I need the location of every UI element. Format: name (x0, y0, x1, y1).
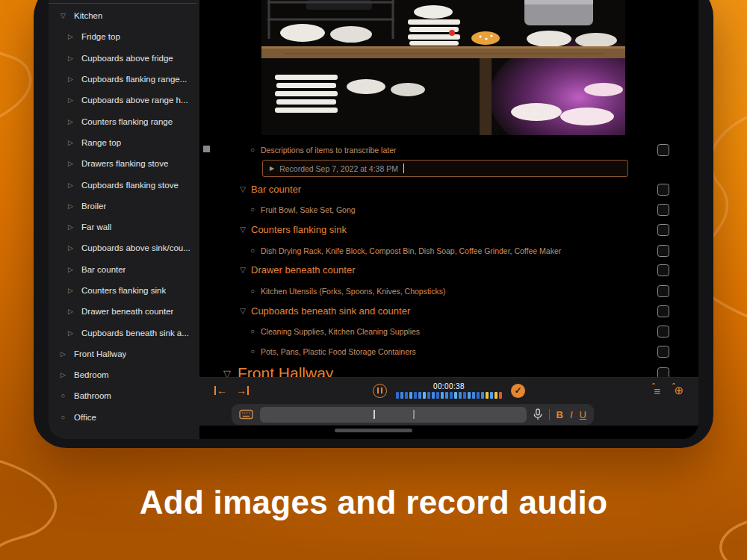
row-bullet-icon[interactable]: ○ (247, 347, 258, 355)
sidebar-item-bar-counter[interactable]: ▷ Bar counter (49, 259, 199, 280)
disclosure-closed-icon[interactable]: ▷ (66, 33, 75, 40)
italic-button[interactable]: I (570, 409, 573, 420)
text-cursor (403, 164, 405, 173)
disclosure-open-icon[interactable]: ▽ (238, 307, 248, 315)
row-text: Kitchen Utensils (Forks, Spoons, Knives,… (261, 287, 445, 296)
sidebar-item-label: Drawers flanking stove (81, 159, 168, 168)
outdent-button[interactable]: ← (214, 385, 227, 396)
sidebar-item-label: Cupboards above sink/cou... (81, 243, 190, 252)
home-indicator[interactable] (335, 429, 412, 432)
sidebar-item-counters-flanking-sink[interactable]: ▷ Counters flanking sink (49, 280, 199, 301)
pause-recording-button[interactable] (373, 384, 387, 398)
row-bullet-icon[interactable]: ○ (247, 327, 258, 335)
disclosure-open-icon[interactable]: ▽ (238, 225, 248, 234)
sidebar-item-label: Cupboards flanking stove (81, 181, 179, 190)
status-checkbox[interactable] (657, 204, 669, 216)
sidebar-item-cupboards-flanking-range[interactable]: ▷ Cupboards flanking range... (49, 69, 199, 90)
sidebar-item-label: Front Hallway (74, 349, 126, 358)
disclosure-closed-icon[interactable]: ▷ (66, 181, 75, 189)
row-bullet-icon[interactable]: ○ (247, 205, 258, 214)
sidebar-item-drawers-flanking-stove[interactable]: ▷ Drawers flanking stove (49, 153, 199, 174)
sidebar-item-label: Cupboards above fridge (81, 54, 173, 63)
sidebar-item-cupboards-flanking-stove[interactable]: ▷ Cupboards flanking stove (49, 174, 199, 195)
status-checkbox[interactable] (657, 144, 669, 156)
row-text: Cleaning Supplies, Kitchen Cleaning Supp… (261, 327, 420, 336)
expand-note-button[interactable]: ˆ≡ (652, 385, 660, 397)
sidebar-item-cupboards-beneath-sink[interactable]: ▷ Cupboards beneath sink a... (49, 322, 199, 343)
disclosure-open-icon[interactable]: ▽ (238, 185, 248, 193)
disclosure-closed-icon[interactable]: ▷ (66, 308, 75, 315)
outline-row[interactable]: ○ Fruit Bowl, Sake Set, Gong (199, 199, 669, 220)
row-text: Drawer beneath counter (251, 264, 355, 276)
sidebar-item-label: Broiler (81, 202, 106, 211)
outline-row[interactable]: ▽ Bar counter (199, 179, 669, 199)
disclosure-open-icon[interactable]: ▽ (238, 266, 248, 274)
status-checkbox[interactable] (657, 245, 669, 257)
sidebar-item-office[interactable]: ○ Office (49, 407, 199, 428)
sidebar-item-fridge-top[interactable]: ▷ Fridge top (49, 26, 199, 47)
outline-row[interactable]: ▽ Drawer beneath counter (199, 260, 669, 280)
sidebar-item-broiler[interactable]: ▷ Broiler (49, 196, 199, 217)
sidebar-item-far-wall[interactable]: ▷ Far wall (49, 217, 199, 237)
disclosure-closed-icon[interactable]: ▷ (66, 75, 75, 83)
status-checkbox[interactable] (657, 184, 669, 196)
disclosure-open-icon[interactable]: ▽ (58, 12, 68, 19)
disclosure-closed-icon[interactable]: ▷ (66, 55, 75, 62)
disclosure-closed-icon[interactable]: ▷ (66, 96, 75, 104)
indent-button[interactable]: → (236, 385, 249, 396)
disclosure-closed-icon[interactable]: ▷ (58, 371, 68, 379)
disclosure-closed-icon[interactable]: ▷ (66, 287, 75, 294)
secondary-cursor (413, 410, 415, 419)
sidebar-item-label: Bar counter (81, 265, 125, 274)
marketing-page: ▽ Kitchen ▷ Fridge top ▷ Cupboards above… (0, 0, 747, 560)
status-checkbox[interactable] (657, 326, 669, 337)
finish-recording-button[interactable]: ✓ (511, 384, 525, 398)
disclosure-closed-icon[interactable]: ▷ (66, 244, 75, 252)
sidebar-item-counters-flanking-range[interactable]: ▷ Counters flanking range (49, 111, 199, 131)
outline-row[interactable]: ○ Dish Drying Rack, Knife Block, Compost… (199, 240, 669, 261)
microphone-icon[interactable] (533, 408, 542, 420)
outline-row[interactable]: ○ Descriptions of items to transcribe la… (199, 140, 669, 160)
row-bullet-icon[interactable]: ○ (247, 246, 258, 255)
status-checkbox[interactable] (657, 264, 669, 276)
row-bullet-icon[interactable]: ○ (247, 287, 258, 295)
disclosure-closed-icon[interactable]: ▷ (66, 160, 75, 167)
underline-button[interactable]: U (580, 409, 586, 420)
text-input[interactable] (260, 407, 527, 423)
sidebar-item-bedroom[interactable]: ▷ Bedroom (49, 364, 199, 385)
sidebar-item-range-top[interactable]: ▷ Range top (49, 132, 199, 153)
disclosure-closed-icon[interactable]: ▷ (66, 202, 75, 210)
keyboard-icon[interactable] (239, 409, 253, 420)
disclosure-closed-icon[interactable]: ▷ (58, 350, 68, 358)
sidebar-item-cupboards-above-sink[interactable]: ▷ Cupboards above sink/cou... (49, 237, 199, 258)
disclosure-closed-icon[interactable]: ▷ (66, 118, 75, 125)
row-bullet-icon[interactable]: ○ (247, 146, 258, 154)
sidebar-item-front-hallway[interactable]: ▷ Front Hallway (49, 343, 199, 364)
disclosure-closed-icon[interactable]: ▷ (66, 139, 75, 146)
audio-attachment[interactable]: ▶ Recorded Sep 7, 2022 at 4:38 PM (262, 160, 628, 177)
kitchen-photo-attachment[interactable] (261, 0, 625, 135)
add-row-button[interactable]: ˆ⊕ (672, 384, 684, 397)
sidebar-item-cupboards-above-fridge[interactable]: ▷ Cupboards above fridge (49, 48, 199, 69)
sidebar-item-cupboards-above-range[interactable]: ▷ Cupboards above range h... (49, 90, 199, 111)
outline-row[interactable]: ▽ Counters flanking sink (199, 220, 669, 240)
status-checkbox[interactable] (657, 346, 669, 358)
status-checkbox[interactable] (657, 305, 669, 317)
sidebar-item-drawer-beneath-counter[interactable]: ▷ Drawer beneath counter (49, 301, 199, 322)
disclosure-closed-icon[interactable]: ▷ (66, 266, 75, 273)
sidebar-item-label: Counters flanking sink (81, 286, 166, 295)
disclosure-closed-icon[interactable]: ▷ (66, 223, 75, 231)
sidebar-item-bathroom[interactable]: ○ Bathroom (49, 385, 199, 406)
disclosure-closed-icon[interactable]: ▷ (66, 329, 75, 337)
outline-row[interactable]: ○ Pots, Pans, Plastic Food Storage Conta… (199, 341, 669, 361)
note-lines-icon: ≡ (654, 385, 660, 397)
outline-row[interactable]: ○ Kitchen Utensils (Forks, Spoons, Knive… (199, 281, 669, 301)
sidebar-item-kitchen[interactable]: ▽ Kitchen (49, 5, 199, 26)
outline-row[interactable]: ○ Cleaning Supplies, Kitchen Cleaning Su… (199, 321, 669, 341)
status-checkbox[interactable] (657, 224, 669, 236)
bold-button[interactable]: B (557, 409, 563, 420)
status-checkbox[interactable] (657, 285, 669, 297)
recording-toolbar: ← → 00:00:38 ✓ ˆ≡ ˆ⊕ (199, 377, 698, 403)
outline-row[interactable]: ▽ Cupboards beneath sink and counter (199, 301, 669, 321)
play-icon[interactable]: ▶ (270, 165, 274, 172)
